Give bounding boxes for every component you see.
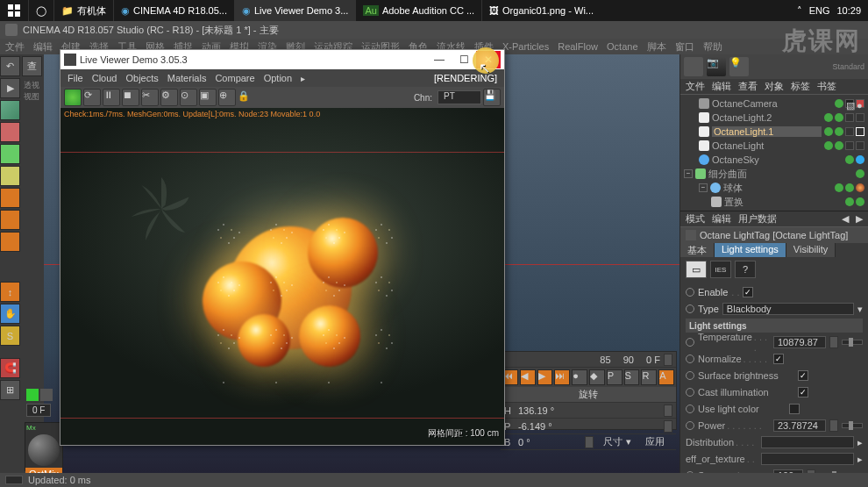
light-rect-icon[interactable]: ▭ (686, 261, 707, 278)
power-field[interactable]: 23.78724 (773, 419, 826, 432)
efftexture-field[interactable] (761, 453, 854, 465)
scale-dropdown[interactable]: 尺寸 (603, 435, 623, 448)
tool-workplane[interactable]: ⊞ (0, 380, 20, 400)
tool-magnet[interactable]: 🧲 (0, 358, 20, 378)
lv-refresh-icon[interactable]: ⟳ (83, 89, 101, 106)
tl-play-icon[interactable]: ▶ (537, 369, 553, 385)
menu-xp[interactable]: X-Particles (502, 41, 549, 52)
mini-grey-icon[interactable] (40, 389, 53, 401)
lv-stop-icon[interactable]: ⏹ (122, 89, 139, 106)
channel-select[interactable]: PT (438, 90, 481, 104)
power-slider[interactable] (842, 423, 863, 428)
objtab-edit[interactable]: 编辑 (712, 80, 731, 93)
liveviewer-titlebar[interactable]: Live Viewer Demo 3.05.3 — ☐ ✕ (60, 50, 504, 69)
coord-h-spinner[interactable] (664, 405, 672, 417)
obj-octanecamera[interactable]: OctaneCamera▧● (684, 97, 864, 111)
attrtab-mode[interactable]: 模式 (686, 212, 705, 226)
lv-clip-icon[interactable]: ✂ (141, 89, 159, 106)
obj-subdiv[interactable]: −细分曲面 (684, 167, 864, 181)
lvmenu-file[interactable]: File (68, 73, 83, 83)
taskbar-task-c4d[interactable]: ◉ CINEMA 4D R18.05... (113, 0, 234, 21)
tool-search[interactable]: 查 (22, 56, 42, 76)
surfbright-checkbox[interactable]: ✓ (798, 370, 808, 381)
tl-key-icon[interactable]: ◆ (589, 369, 605, 385)
tool-yellow[interactable] (0, 166, 20, 186)
tool-move-axis[interactable]: ↕ (0, 282, 20, 302)
temperature-slider[interactable] (842, 340, 863, 345)
type-dropdown-icon[interactable]: ▾ (857, 304, 863, 315)
attr-nav-back[interactable]: ◀ (842, 213, 849, 225)
lvmenu-compare[interactable]: Compare (215, 73, 254, 83)
menu-file[interactable]: 文件 (5, 40, 25, 54)
attrtab-user[interactable]: 用户数据 (738, 212, 777, 226)
tray-ime[interactable]: ENG (809, 5, 830, 16)
objtab-bookmark[interactable]: 书签 (817, 80, 836, 93)
close-button[interactable]: ✕ (476, 51, 501, 68)
tl-next-icon[interactable]: ⏭ (554, 369, 570, 385)
objtab-view[interactable]: 查看 (738, 80, 758, 93)
menu-edit[interactable]: 编辑 (33, 40, 53, 54)
subtab-basic[interactable]: 基本 (680, 243, 715, 257)
light-help-icon[interactable]: ? (735, 261, 756, 278)
start-button[interactable] (0, 0, 28, 21)
lv-lock-icon[interactable]: 🔒 (238, 90, 252, 104)
tool-poly[interactable] (0, 232, 20, 252)
objtab-tag[interactable]: 标签 (791, 80, 810, 93)
lv-focus-icon[interactable]: ⊕ (218, 89, 236, 106)
rt-light-icon[interactable]: 💡 (729, 57, 749, 76)
objtab-object[interactable]: 对象 (765, 80, 784, 93)
temperature-spinner[interactable] (829, 336, 838, 348)
coord-p-spinner[interactable] (664, 420, 672, 433)
octane-logo-icon[interactable] (64, 89, 82, 106)
tool-s[interactable]: S (0, 326, 20, 346)
tl-p-icon[interactable]: P (607, 369, 623, 385)
taskbar-task-liveviewer[interactable]: ◉ Live Viewer Demo 3... (234, 0, 355, 21)
tl-rec-icon[interactable]: ● (572, 369, 587, 385)
tl-prev-icon[interactable]: ◀ (520, 369, 536, 385)
mini-green-icon[interactable] (26, 389, 39, 401)
liveviewer-render[interactable]: Check:1ms./7ms. MeshGen:0ms. Update[L]:0… (60, 108, 504, 445)
efftexture-arrow-icon[interactable]: ▸ (857, 454, 863, 465)
tool-live[interactable]: ▶ (0, 78, 20, 98)
taskbar-search-icon[interactable]: ◯ (28, 0, 53, 21)
power-spinner[interactable] (829, 419, 838, 432)
coord-p[interactable]: -6.149 ° (518, 421, 660, 432)
taskbar-task-audition[interactable]: Au Adobe Audition CC ... (355, 0, 481, 21)
lvmenu-options[interactable]: Option (264, 73, 292, 83)
distribution-field[interactable] (761, 436, 854, 448)
tool-green[interactable] (0, 144, 20, 164)
lvmenu-cloud[interactable]: Cloud (92, 73, 117, 83)
enable-checkbox[interactable]: ✓ (743, 287, 753, 297)
menu-rf[interactable]: RealFlow (558, 41, 598, 52)
tl-r-icon[interactable]: R (641, 369, 657, 385)
lv-gear-icon[interactable]: ⚙ (160, 89, 178, 106)
uselightcolor-checkbox[interactable] (789, 404, 800, 414)
taskbar-task-image[interactable]: 🖼 Organic01.png - Wi... (481, 0, 601, 21)
tool-undo[interactable]: ↶ (0, 56, 20, 76)
rt-camera-icon[interactable]: 📷 (707, 57, 726, 76)
lvmenu-objects[interactable]: Objects (125, 73, 158, 83)
normalize-checkbox[interactable]: ✓ (773, 354, 784, 364)
obj-sphere[interactable]: −球体 (684, 181, 864, 195)
lvmenu-materials[interactable]: Materials (167, 73, 207, 83)
obj-octanelight[interactable]: OctaneLight (684, 139, 864, 153)
coord-b[interactable]: 0 ° (518, 437, 581, 448)
objtab-file[interactable]: 文件 (686, 80, 705, 93)
tl-a-icon[interactable]: A (658, 369, 674, 385)
material-thumbnail[interactable]: Mx OctMix (25, 422, 63, 471)
minimize-button[interactable]: — (427, 51, 452, 68)
subtab-lightsettings[interactable]: Light settings (715, 243, 786, 257)
light-ies-icon[interactable]: IES (710, 261, 731, 278)
obj-octanesky[interactable]: OctaneSky (684, 153, 864, 167)
tool-red[interactable] (0, 122, 20, 142)
castillum-checkbox[interactable]: ✓ (798, 387, 808, 397)
obj-displace[interactable]: 置换 (684, 195, 864, 209)
tray-up-icon[interactable]: ˄ (797, 5, 802, 17)
obj-octanelight1[interactable]: OctaneLight.1 (684, 125, 864, 139)
current-frame[interactable]: 0 F (646, 355, 660, 365)
tool-edge[interactable] (0, 210, 20, 230)
type-dropdown[interactable]: Blackbody (722, 303, 854, 315)
menu-help[interactable]: 帮助 (703, 40, 722, 54)
coord-b-spinner[interactable] (585, 436, 594, 448)
attr-nav-fwd[interactable]: ▶ (856, 213, 863, 225)
